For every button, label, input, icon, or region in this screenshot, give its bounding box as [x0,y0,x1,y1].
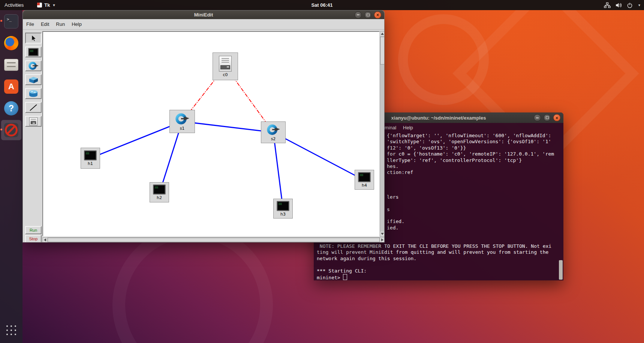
miniedit-menubar: File Edit Run Help [23,19,384,30]
dock-item-miniedit[interactable] [3,122,19,138]
node-c0[interactable]: c0 [213,52,238,80]
top-bar: Activities Tk ▾ Sat 06:41 ▾ [0,0,644,10]
scroll-right-arrow[interactable] [380,238,385,242]
tool-netlink[interactable] [25,102,42,113]
scroll-down-arrow[interactable] [380,232,385,236]
switch-icon [175,112,190,125]
host-icon [153,184,166,195]
link-s2-h3 [273,132,283,209]
node-label: h2 [157,195,162,200]
clock[interactable]: Sat 06:41 [311,2,332,8]
node-label: s1 [180,126,185,131]
node-label: h3 [280,212,286,217]
stop-button[interactable]: Stop [25,235,42,243]
switch-icon [28,61,39,70]
terminal-line: *** Starting CLI: [317,268,560,274]
host-icon [277,201,289,211]
legacy-router-icon [28,90,39,98]
scroll-left-arrow[interactable] [43,238,47,242]
controller-icon [219,56,232,72]
node-label: s2 [271,136,276,141]
host-icon [84,150,97,160]
tool-legacy-switch[interactable] [25,74,42,85]
miniedit-titlebar[interactable]: MiniEdit × [23,10,384,19]
menu-help[interactable]: Help [403,125,413,130]
dock-item-terminal[interactable]: >_ [3,13,19,30]
scrollbar-thumb[interactable] [380,37,385,64]
ubuntu-software-icon: A [4,79,18,94]
volume-icon [616,2,622,8]
wallpaper-ring-shape [112,225,273,343]
node-h2[interactable]: h2 [150,182,169,202]
dock-item-firefox[interactable] [3,35,19,51]
terminal-scrollbar[interactable] [559,133,563,280]
activities-button[interactable]: Activities [4,2,24,8]
tool-select[interactable] [25,33,42,43]
menu-help[interactable]: Help [68,21,85,27]
network-icon [604,2,611,8]
topology-links [43,32,379,236]
chevron-down-icon: ▾ [638,3,640,7]
chevron-down-icon: ▾ [53,3,55,7]
scroll-up-arrow[interactable] [380,31,385,36]
host-icon [28,48,39,56]
link-s1-h1 [90,121,182,158]
node-s1[interactable]: s1 [169,110,195,133]
minimize-button[interactable] [355,11,362,18]
app-menu[interactable]: Tk ▾ [37,2,55,8]
topology-canvas[interactable]: c0 s1 s2 h1 [42,31,380,237]
run-button[interactable]: Run [25,226,42,234]
dock-item-ubuntu-software[interactable]: A [3,78,19,95]
dock-item-files[interactable] [3,57,19,73]
running-indicator-dot [0,20,2,22]
no-entry-icon [4,123,18,137]
menu-file[interactable]: File [23,21,37,27]
legacy-switch-icon [28,76,39,84]
node-s2[interactable]: s2 [261,121,286,143]
app-menu-label: Tk [44,2,50,8]
terminal-line: NOTE: PLEASE REMEMBER TO EXIT THE CLI BE… [317,243,560,249]
scrollbar-thumb[interactable] [48,238,380,242]
controller-icon [29,117,37,126]
terminal-line: network again during this session. [317,256,560,262]
show-applications-button[interactable] [5,324,17,336]
tool-switch[interactable] [25,60,42,71]
node-h1[interactable]: h1 [81,148,100,169]
minimize-button[interactable] [534,114,541,121]
firefox-icon [4,36,18,50]
scrollbar-thumb[interactable] [559,260,563,280]
menu-run[interactable]: Run [52,21,68,27]
cursor-arrow-icon [30,34,37,42]
tool-host[interactable] [25,46,42,57]
terminal-line [317,262,560,268]
maximize-button[interactable] [544,114,551,121]
terminal-title: xianyu@ubuntu: ~/sdn/mininet/examples [391,115,486,121]
canvas-vertical-scrollbar[interactable] [380,31,385,237]
canvas-horizontal-scrollbar[interactable] [42,237,385,243]
tool-legacy-router[interactable] [25,88,42,99]
terminal-prompt-line: mininet> [317,274,560,280]
tool-controller[interactable] [25,116,42,127]
system-tray[interactable]: ▾ [604,2,640,8]
files-icon [4,59,18,71]
tk-app-icon [37,3,42,7]
node-h3[interactable]: h3 [273,199,293,219]
node-label: c0 [223,72,228,77]
link-s1-s2 [182,121,273,132]
close-button[interactable]: × [553,114,560,121]
link-line-icon [29,103,38,112]
help-icon: ? [4,101,18,115]
terminal-line: ting will prevent MiniEdit from quitting… [317,249,560,255]
node-label: h1 [88,161,93,166]
node-h4[interactable]: h4 [355,170,374,190]
miniedit-title: MiniEdit [194,12,213,18]
menu-edit[interactable]: Edit [37,21,52,27]
maximize-button[interactable] [364,11,371,18]
terminal-icon: >_ [4,14,18,28]
host-icon [358,172,371,182]
node-label: h4 [362,183,367,188]
close-button[interactable]: × [374,11,381,18]
miniedit-content: Run Stop c0 [23,30,384,243]
dock-item-help[interactable]: ? [3,100,19,117]
menu-terminal-partial[interactable]: minal [385,125,396,130]
